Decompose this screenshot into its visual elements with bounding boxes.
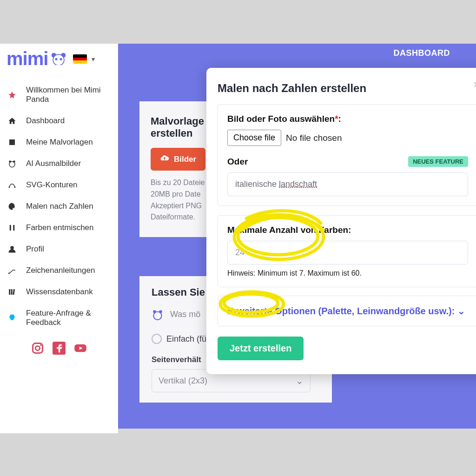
label-select-image: Bild oder Foto auswählen*: bbox=[227, 114, 468, 124]
sidebar-item-label: Dashboard bbox=[26, 116, 65, 126]
facebook-link[interactable] bbox=[53, 342, 66, 357]
chevron-down-icon: ⌄ bbox=[457, 306, 465, 316]
radio-label: Einfach (fü bbox=[166, 334, 206, 344]
sidebar-item-label: Malen nach Zahlen bbox=[26, 202, 93, 211]
logo: mimi ▾ bbox=[0, 48, 118, 69]
sidebar-item-label: Farben entmischen bbox=[26, 223, 94, 232]
sidebar-item-label: Wissensdatenbank bbox=[26, 287, 93, 297]
youtube-icon bbox=[74, 348, 87, 356]
svg-point-24 bbox=[153, 312, 161, 320]
sidebar-item-drawing-guides[interactable]: Zeichenanleitungen bbox=[0, 260, 118, 281]
sidebar-item-label: AI Ausmalbilder bbox=[26, 159, 81, 168]
cloud-upload-icon bbox=[160, 153, 169, 165]
advanced-options-toggle[interactable]: Erweiterte Optionen (Palette, Leinwandgr… bbox=[227, 306, 465, 316]
section-image-select: Bild oder Foto auswählen*: Choose file N… bbox=[218, 104, 476, 206]
max-colors-input[interactable]: 24 bbox=[227, 241, 468, 264]
svg-point-4 bbox=[60, 58, 62, 60]
svg-point-9 bbox=[14, 186, 16, 188]
radio-icon bbox=[152, 334, 162, 344]
sidebar-item-paint-by-numbers[interactable]: Malen nach Zahlen bbox=[0, 196, 118, 217]
sidebar-item-label: Willkommen bei Mimi Panda bbox=[26, 86, 111, 104]
sidebar-item-feedback[interactable]: Feature-Anfrage & Feedback bbox=[0, 303, 118, 333]
text-prompt-input[interactable]: italienische landschaft bbox=[227, 172, 468, 196]
instagram-icon bbox=[31, 348, 44, 356]
sidebar-item-dashboard[interactable]: Dashboard bbox=[0, 110, 118, 132]
svg-point-12 bbox=[10, 246, 14, 250]
vector-icon bbox=[7, 180, 17, 190]
svg-point-7 bbox=[9, 162, 15, 167]
section-advanced-options[interactable]: Erweiterte Optionen (Palette, Leinwandgr… bbox=[218, 296, 476, 326]
prompt-placeholder: Was mö bbox=[170, 310, 200, 319]
upload-images-button[interactable]: Bilder bbox=[151, 148, 205, 171]
instagram-link[interactable] bbox=[31, 342, 44, 357]
sidebar-item-label: SVG-Konturen bbox=[26, 180, 78, 190]
home-icon bbox=[7, 116, 17, 126]
svg-rect-10 bbox=[10, 225, 11, 231]
flag-de-icon[interactable] bbox=[73, 54, 87, 64]
logo-panda-icon bbox=[51, 52, 66, 66]
svg-point-13 bbox=[8, 273, 10, 274]
svg-point-19 bbox=[40, 344, 41, 346]
close-icon[interactable]: × bbox=[473, 78, 476, 91]
palette-icon bbox=[7, 202, 17, 211]
text-prompt-value-b: landschaft bbox=[279, 179, 317, 189]
upload-button-label: Bilder bbox=[174, 155, 196, 164]
chevron-down-icon: ⌄ bbox=[296, 375, 304, 386]
draw-icon bbox=[7, 266, 17, 275]
file-status-text: No file chosen bbox=[286, 133, 342, 143]
modal-create-pbn: × Malen nach Zahlen erstellen Bild oder … bbox=[206, 68, 476, 374]
sidebar-item-label: Meine Malvorlagen bbox=[26, 138, 93, 147]
books-icon bbox=[7, 287, 17, 297]
submit-button[interactable]: Jetzt erstellen bbox=[218, 337, 304, 360]
label-max-colors: Maximale Anzahl von Farben: bbox=[227, 225, 468, 235]
sidebar-item-label: Zeichenanleitungen bbox=[26, 266, 95, 275]
sidebar-item-welcome[interactable]: Willkommen bei Mimi Panda bbox=[0, 79, 118, 110]
language-caret-icon[interactable]: ▾ bbox=[92, 55, 95, 63]
section-max-colors: Maximale Anzahl von Farben: 24 Hinweis: … bbox=[218, 215, 476, 287]
panda-small-icon bbox=[152, 309, 164, 320]
svg-rect-16 bbox=[13, 289, 15, 295]
star-icon bbox=[7, 90, 17, 99]
select-value: Vertikal (2x3) bbox=[159, 376, 207, 386]
user-icon bbox=[7, 245, 17, 254]
svg-point-3 bbox=[55, 58, 58, 60]
svg-rect-14 bbox=[9, 289, 10, 295]
sidebar-item-unmix-colors[interactable]: Farben entmischen bbox=[0, 217, 118, 238]
svg-point-18 bbox=[35, 346, 40, 350]
sidebar-item-knowledge-base[interactable]: Wissensdatenbank bbox=[0, 281, 118, 303]
svg-rect-11 bbox=[13, 225, 14, 231]
sidebar-item-label: Feature-Anfrage & Feedback bbox=[26, 309, 111, 327]
sidebar-item-label: Profil bbox=[26, 245, 44, 254]
svg-rect-15 bbox=[11, 289, 13, 295]
panda-icon bbox=[7, 159, 17, 168]
label-oder: Oder bbox=[227, 157, 248, 167]
bulb-icon bbox=[7, 313, 17, 323]
max-colors-value: 24 bbox=[235, 248, 245, 257]
image-icon bbox=[7, 138, 17, 147]
text-prompt-value-a: italienische bbox=[235, 179, 279, 189]
svg-point-8 bbox=[9, 186, 10, 188]
badge-new-feature: NEUES FEATURE bbox=[408, 156, 468, 167]
facebook-icon bbox=[53, 348, 66, 356]
file-choose-button[interactable]: Choose file bbox=[227, 130, 281, 146]
tubes-icon bbox=[7, 223, 17, 232]
logo-text: mimi bbox=[7, 48, 48, 69]
sidebar-item-svg-contours[interactable]: SVG-Konturen bbox=[0, 174, 118, 196]
sidebar: mimi ▾ Willkommen bei Mimi Panda Dashboa… bbox=[0, 44, 118, 433]
sidebar-item-ai-coloring[interactable]: AI Ausmalbilder bbox=[0, 153, 118, 174]
svg-point-2 bbox=[53, 54, 64, 66]
topbar-dashboard-link[interactable]: DASHBOARD bbox=[394, 48, 450, 58]
youtube-link[interactable] bbox=[74, 342, 87, 357]
modal-title: Malen nach Zahlen erstellen bbox=[218, 82, 476, 95]
sidebar-item-my-templates[interactable]: Meine Malvorlagen bbox=[0, 132, 118, 153]
max-colors-hint: Hinweis: Minimum ist 7. Maximum ist 60. bbox=[227, 269, 468, 278]
sidebar-item-profile[interactable]: Profil bbox=[0, 238, 118, 260]
